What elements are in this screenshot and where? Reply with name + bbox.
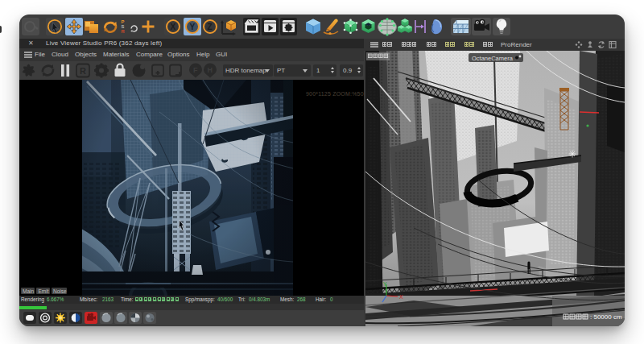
svg-text:Emit: Emit bbox=[39, 288, 49, 294]
svg-text:R: R bbox=[80, 66, 86, 76]
svg-text:F: F bbox=[193, 66, 198, 74]
svg-text:Z: Z bbox=[208, 23, 213, 31]
svg-text:OctaneCamera: OctaneCamera bbox=[472, 55, 514, 62]
svg-text:Y: Y bbox=[383, 281, 387, 287]
svg-text:: 50000 cm: : 50000 cm bbox=[590, 313, 622, 321]
svg-text:Noise: Noise bbox=[53, 288, 67, 294]
svg-text:Y: Y bbox=[190, 23, 196, 31]
svg-text:H: H bbox=[208, 66, 213, 74]
svg-text:X: X bbox=[171, 23, 176, 31]
svg-text:X: X bbox=[399, 294, 403, 300]
svg-text:R: R bbox=[122, 29, 126, 34]
svg-text:900*1125 ZOOM:%50: 900*1125 ZOOM:%50 bbox=[306, 91, 364, 97]
svg-text:Main: Main bbox=[23, 288, 34, 294]
